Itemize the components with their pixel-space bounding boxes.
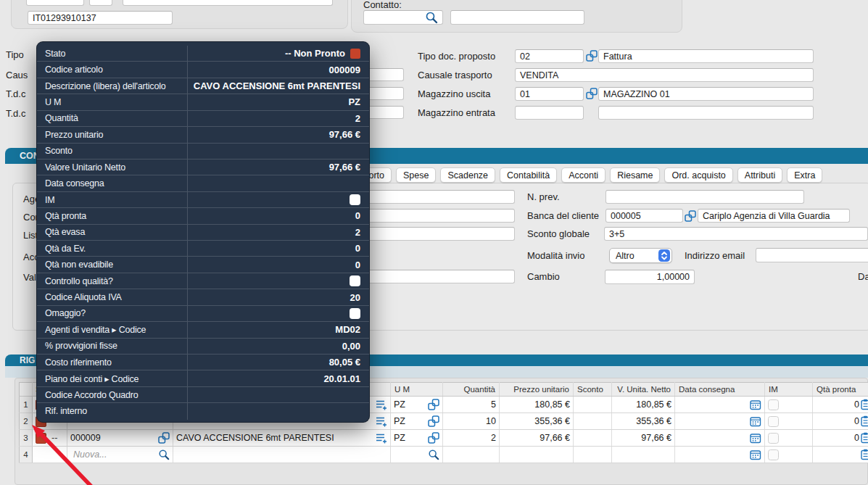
vun-cell[interactable]: 355,36 €	[612, 413, 675, 430]
um-cell[interactable]: PZ	[391, 430, 443, 447]
vun-cell[interactable]	[612, 447, 675, 463]
calendar-icon[interactable]	[750, 416, 761, 427]
quantita-cell[interactable]: 5	[443, 397, 500, 413]
calendar-icon[interactable]	[750, 449, 761, 460]
link-icon[interactable]	[685, 210, 696, 222]
causale-trasporto-label: Causale trasporto	[418, 70, 492, 80]
um-cell[interactable]	[391, 447, 443, 463]
data-consegna-cell[interactable]	[675, 397, 765, 413]
prezzo-cell[interactable]	[500, 447, 574, 463]
modalita-invio-select[interactable]: Altro	[609, 248, 672, 263]
indirizzo-email-field[interactable]	[756, 248, 868, 262]
prezzo-cell[interactable]: 355,36 €	[500, 413, 574, 430]
tab[interactable]: Acconti	[561, 167, 605, 183]
qta-pronta-cell[interactable]	[813, 447, 868, 463]
inspector-value-cell: 0,00	[188, 341, 369, 352]
add-lines-icon[interactable]	[376, 433, 387, 444]
calendar-icon[interactable]	[750, 433, 761, 444]
qta-pronta-cell[interactable]: 0	[813, 397, 868, 413]
tipo-doc-desc: Fattura	[603, 51, 632, 62]
cambio-field[interactable]: 1,00000	[605, 270, 695, 284]
link-icon[interactable]	[586, 50, 598, 62]
im-cell[interactable]	[765, 413, 813, 430]
data-consegna-cell[interactable]	[675, 447, 765, 463]
im-cell[interactable]	[765, 430, 813, 447]
stato-cell[interactable]	[33, 447, 67, 463]
sconto-cell[interactable]	[574, 447, 612, 463]
qta-pronta-cell[interactable]: 0	[813, 413, 868, 430]
im-checkbox[interactable]	[768, 449, 779, 460]
codice-cell[interactable]: Nuova...	[67, 447, 173, 463]
tab[interactable]: Scadenze	[440, 167, 495, 183]
codice-cell[interactable]: 000009	[67, 430, 173, 447]
quantita-cell[interactable]: 2	[443, 430, 500, 447]
row-number: 4	[20, 447, 33, 463]
data-consegna-cell[interactable]	[675, 430, 765, 447]
vun-cell[interactable]: 180,85 €	[612, 397, 675, 413]
um-cell[interactable]: PZ	[391, 413, 443, 430]
im-checkbox[interactable]	[768, 416, 779, 427]
banca-code-field[interactable]: 000005	[605, 209, 683, 223]
prezzo-value: 355,36 €	[534, 416, 570, 426]
im-checkbox[interactable]	[768, 399, 779, 410]
search-icon[interactable]	[425, 11, 438, 24]
um-cell[interactable]: PZ	[391, 397, 443, 413]
link-icon[interactable]	[428, 415, 439, 427]
qty-detail-icon[interactable]	[861, 415, 868, 427]
sconto-cell[interactable]	[574, 430, 612, 447]
im-checkbox[interactable]	[768, 433, 779, 444]
qty-detail-icon[interactable]	[861, 432, 868, 444]
magazzino-uscita-desc-field[interactable]: MAGAZZINO 01	[598, 87, 814, 101]
quantita-cell[interactable]	[443, 447, 500, 463]
im-cell[interactable]	[765, 397, 813, 413]
sconto-globale-field[interactable]: 3+5	[604, 227, 868, 241]
tab[interactable]: Spese	[396, 167, 436, 183]
data-consegna-cell[interactable]	[675, 413, 765, 430]
calendar-icon[interactable]	[750, 399, 761, 410]
magazzino-uscita-code-field[interactable]: 01	[515, 87, 584, 101]
link-icon[interactable]	[586, 88, 598, 99]
magazzino-entrata-desc-field[interactable]	[598, 106, 814, 120]
select-stepper-icon[interactable]	[658, 249, 670, 262]
vun-cell[interactable]: 97,66 €	[612, 430, 675, 447]
tab[interactable]: Ord. acquisto	[664, 167, 732, 183]
sconto-cell[interactable]	[574, 413, 612, 430]
n-prev-field[interactable]	[605, 190, 804, 204]
table-row[interactable]: 3 -- 000009	[20, 430, 868, 447]
add-lines-icon[interactable]	[376, 399, 387, 410]
add-lines-icon[interactable]	[376, 416, 387, 427]
partial-field-1[interactable]	[26, 0, 84, 6]
link-icon[interactable]	[428, 399, 439, 410]
tab[interactable]: Riesame	[610, 167, 660, 183]
contact-name-field[interactable]	[450, 10, 584, 25]
partial-field-3[interactable]	[123, 0, 333, 6]
link-icon[interactable]	[158, 432, 170, 444]
prezzo-cell[interactable]: 97,66 €	[500, 430, 574, 447]
banca-desc-field[interactable]: Cariplo Agenzia di Villa Guardia	[698, 209, 850, 223]
qta-pronta-cell[interactable]: 0	[813, 430, 868, 447]
vat-number-field[interactable]: IT01293910137	[28, 11, 173, 25]
qty-detail-icon[interactable]	[861, 399, 868, 410]
stato-cell[interactable]: --	[33, 430, 67, 447]
tab[interactable]: Attributi	[737, 167, 782, 183]
contact-search-field[interactable]	[363, 10, 443, 25]
quantita-cell[interactable]: 10	[443, 413, 500, 430]
link-icon[interactable]	[428, 432, 439, 444]
causale-trasporto-field[interactable]: VENDITA	[515, 68, 814, 82]
prezzo-cell[interactable]: 180,85 €	[500, 397, 574, 413]
tab[interactable]: Contabilità	[500, 167, 557, 183]
descrizione-cell[interactable]	[173, 447, 391, 463]
im-cell[interactable]	[765, 447, 813, 463]
partial-field-2[interactable]	[89, 0, 112, 6]
magazzino-entrata-code-field[interactable]	[515, 106, 584, 120]
tipo-doc-code-field[interactable]: 02	[515, 49, 584, 63]
tab[interactable]: Extra	[787, 167, 822, 183]
search-icon[interactable]	[158, 449, 170, 460]
sconto-cell[interactable]	[574, 397, 612, 413]
inspector-value-cell: 0	[188, 243, 369, 254]
search-icon[interactable]	[428, 449, 439, 460]
descrizione-cell[interactable]: CAVO ACCENSIONE 6mt PARENTESI	[173, 430, 391, 447]
table-row[interactable]: 4 Nuova...	[20, 447, 868, 463]
tipo-doc-desc-field[interactable]: Fattura	[598, 49, 814, 63]
qty-detail-icon[interactable]	[861, 449, 868, 460]
